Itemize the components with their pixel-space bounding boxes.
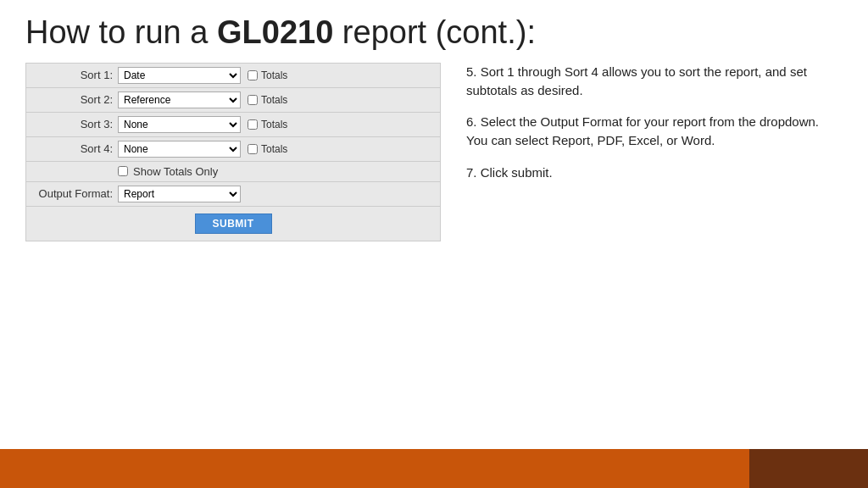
sort3-select[interactable]: Date Reference None: [118, 116, 241, 133]
show-totals-label: Show Totals Only: [133, 165, 218, 178]
sort1-totals-group: Totals: [248, 69, 287, 81]
output-format-select[interactable]: Report PDF Excel Word: [118, 186, 241, 202]
sort1-label: Sort 1:: [33, 69, 118, 81]
sort4-totals-checkbox[interactable]: [248, 144, 258, 154]
sort2-row: Sort 2: Date Reference None Totals: [26, 88, 440, 113]
submit-button[interactable]: SUBMIT: [195, 214, 272, 234]
sort3-totals-checkbox[interactable]: [248, 119, 258, 130]
title-suffix: report (cont.):: [333, 14, 536, 50]
bottom-bar: [0, 449, 868, 488]
step6-text: 6. Select the Output Format for your rep…: [466, 113, 843, 150]
sort1-totals-checkbox[interactable]: [248, 70, 258, 80]
sort4-label: Sort 4:: [33, 142, 118, 155]
sort3-totals-group: Totals: [248, 119, 287, 130]
sort4-totals-label: Totals: [261, 143, 287, 155]
sort2-label: Sort 2:: [33, 93, 118, 106]
output-format-label: Output Format:: [33, 187, 118, 200]
sort2-select[interactable]: Date Reference None: [118, 92, 241, 108]
submit-row: SUBMIT: [26, 207, 440, 241]
bottom-bar-dark: [749, 449, 868, 488]
show-totals-checkbox[interactable]: [118, 166, 128, 176]
text-panel: 5. Sort 1 through Sort 4 allows you to s…: [466, 63, 843, 241]
output-format-row: Output Format: Report PDF Excel Word: [26, 182, 440, 207]
bottom-bar-orange: [0, 449, 749, 488]
content-area: Sort 1: Date Reference None Totals Sort …: [25, 63, 843, 241]
main-content: How to run a GL0210 report (cont.): Sort…: [0, 0, 868, 441]
title-highlight: GL0210: [217, 14, 333, 50]
sort1-row: Sort 1: Date Reference None Totals: [26, 64, 440, 88]
title-prefix: How to run a: [25, 14, 217, 50]
sort4-select[interactable]: Date Reference None: [118, 141, 241, 158]
step5-text: 5. Sort 1 through Sort 4 allows you to s…: [466, 63, 843, 100]
sort3-label: Sort 3:: [33, 118, 118, 130]
sort3-row: Sort 3: Date Reference None Totals: [26, 113, 440, 137]
step7-text: 7. Click submit.: [466, 164, 843, 182]
sort1-totals-label: Totals: [261, 69, 287, 81]
sort2-totals-group: Totals: [248, 94, 287, 106]
sort4-row: Sort 4: Date Reference None Totals: [26, 137, 440, 162]
sort3-totals-label: Totals: [261, 119, 287, 130]
show-totals-row: Show Totals Only: [26, 162, 440, 182]
page-title: How to run a GL0210 report (cont.):: [25, 15, 843, 51]
sort2-totals-label: Totals: [261, 94, 287, 106]
sort1-select[interactable]: Date Reference None: [118, 67, 241, 84]
form-panel: Sort 1: Date Reference None Totals Sort …: [25, 63, 441, 241]
sort4-totals-group: Totals: [248, 143, 287, 155]
sort2-totals-checkbox[interactable]: [248, 95, 258, 105]
